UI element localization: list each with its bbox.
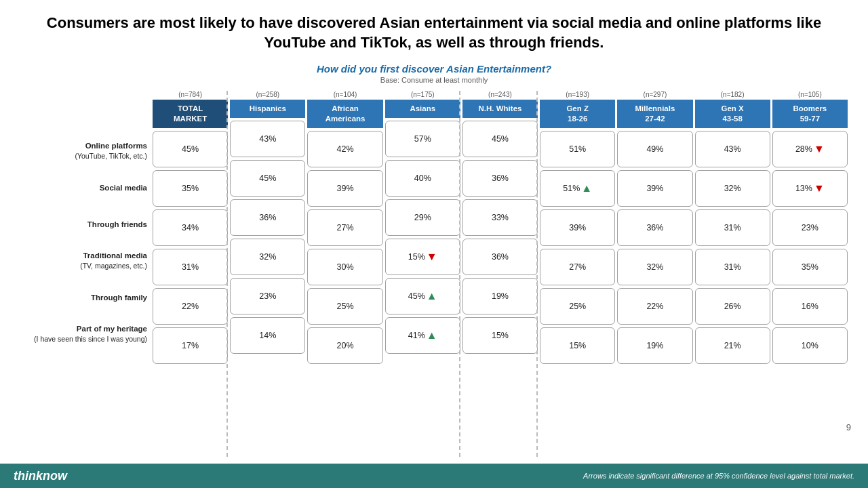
data-cell: 33% bbox=[462, 199, 538, 236]
col-header: Millennials27-42 bbox=[617, 100, 692, 128]
data-cell: 31% bbox=[695, 209, 770, 246]
data-cell: 13%▼ bbox=[772, 170, 848, 207]
data-cell: 36% bbox=[462, 160, 538, 197]
base-text: Base: Consume at least monthly bbox=[20, 76, 848, 84]
arrow-down-icon: ▼ bbox=[814, 182, 825, 195]
col-sample: (n=243) bbox=[488, 91, 512, 98]
data-cell: 16% bbox=[772, 288, 848, 325]
row-label: Part of my heritage(I have seen this sin… bbox=[20, 316, 153, 352]
data-cell: 35% bbox=[772, 249, 848, 285]
data-cell: 35% bbox=[153, 170, 228, 207]
data-cell: 49% bbox=[617, 131, 692, 167]
arrow-up-icon: ▲ bbox=[427, 329, 437, 342]
data-cell: 39% bbox=[617, 170, 692, 207]
page-number: 9 bbox=[846, 422, 851, 432]
column-hispanics: (n=258)Hispanics43%45%36%32%23%14% bbox=[230, 91, 305, 457]
data-cell: 36% bbox=[617, 209, 692, 246]
data-cell: 51%▲ bbox=[540, 170, 615, 207]
col-header: TOTALMARKET bbox=[153, 100, 228, 128]
col-cells: 43%45%36%32%23%14% bbox=[230, 121, 305, 354]
row-label: Online platforms(YouTube, TikTok, etc.) bbox=[20, 133, 153, 169]
arrow-down-icon: ▼ bbox=[814, 143, 825, 155]
data-cell: 19% bbox=[462, 278, 538, 314]
data-cell: 39% bbox=[307, 170, 382, 207]
data-cell: 21% bbox=[695, 327, 770, 364]
column-boomers: (n=105)Boomers59-7728%▼13%▼23%35%16%10% bbox=[772, 91, 848, 457]
data-cell: 41%▲ bbox=[385, 317, 460, 354]
data-cell: 15%▼ bbox=[385, 239, 460, 275]
data-cell: 32% bbox=[695, 170, 770, 207]
col-sample: (n=784) bbox=[178, 91, 202, 98]
row-label: Social media bbox=[20, 169, 153, 206]
row-label: Through family bbox=[20, 279, 153, 316]
row-label: Traditional media(TV, magazines, etc.) bbox=[20, 243, 153, 279]
row-labels: Online platforms(YouTube, TikTok, etc.)S… bbox=[20, 91, 153, 457]
footer-logo: thinknow bbox=[14, 469, 67, 483]
col-header: AfricanAmericans bbox=[307, 100, 382, 128]
data-cell: 27% bbox=[307, 209, 382, 246]
row-label: Through friends bbox=[20, 206, 153, 243]
arrow-up-icon: ▲ bbox=[427, 290, 437, 302]
data-cell: 22% bbox=[153, 288, 228, 325]
columns-area: (n=784)TOTALMARKET45%35%34%31%22%17%(n=2… bbox=[153, 91, 848, 457]
column-asians: (n=175)Asians57%40%29%15%▼45%▲41%▲ bbox=[385, 91, 460, 457]
data-cell: 57% bbox=[385, 121, 460, 157]
data-cell: 36% bbox=[462, 239, 538, 275]
col-header: Gen X43-58 bbox=[695, 100, 770, 128]
col-cells: 42%39%27%30%25%20% bbox=[307, 131, 382, 364]
column-millennials: (n=297)Millennials27-4249%39%36%32%22%19… bbox=[617, 91, 692, 457]
col-cells: 45%36%33%36%19%15% bbox=[462, 121, 538, 354]
col-cells: 51%51%▲39%27%25%15% bbox=[540, 131, 615, 364]
data-cell: 45% bbox=[462, 121, 538, 157]
arrow-down-icon: ▼ bbox=[427, 251, 437, 263]
data-cell: 40% bbox=[385, 160, 460, 197]
data-cell: 45% bbox=[153, 131, 228, 167]
column-african: (n=104)AfricanAmericans42%39%27%30%25%20… bbox=[307, 91, 382, 457]
data-cell: 32% bbox=[230, 239, 305, 275]
col-sample: (n=258) bbox=[256, 91, 279, 98]
col-cells: 45%35%34%31%22%17% bbox=[153, 131, 228, 364]
col-sample: (n=175) bbox=[411, 91, 435, 98]
col-sample: (n=193) bbox=[566, 91, 589, 98]
col-sample: (n=104) bbox=[334, 91, 357, 98]
col-header: Boomers59-77 bbox=[772, 100, 848, 128]
main-content: Consumers are most likely to have discov… bbox=[0, 0, 868, 464]
data-cell: 19% bbox=[617, 327, 692, 364]
col-sample: (n=297) bbox=[644, 91, 667, 98]
col-sample: (n=182) bbox=[721, 91, 745, 98]
data-cell: 28%▼ bbox=[772, 131, 848, 167]
col-header: Gen Z18-26 bbox=[540, 100, 615, 128]
chart-area: Online platforms(YouTube, TikTok, etc.)S… bbox=[20, 91, 848, 457]
arrow-up-icon: ▲ bbox=[581, 182, 592, 195]
col-cells: 28%▼13%▼23%35%16%10% bbox=[772, 131, 848, 364]
data-cell: 20% bbox=[307, 327, 382, 364]
data-cell: 31% bbox=[695, 249, 770, 285]
data-cell: 27% bbox=[540, 249, 615, 285]
footer-note: Arrows indicate significant difference a… bbox=[583, 472, 854, 480]
column-genx: (n=182)Gen X43-5843%32%31%31%26%21% bbox=[695, 91, 770, 457]
col-header: Asians bbox=[385, 100, 460, 118]
data-cell: 34% bbox=[153, 209, 228, 246]
data-cell: 14% bbox=[230, 317, 305, 354]
col-header: N.H. Whites bbox=[462, 100, 538, 118]
data-cell: 10% bbox=[772, 327, 848, 364]
data-cell: 25% bbox=[307, 288, 382, 325]
footer: thinknow Arrows indicate significant dif… bbox=[0, 464, 868, 488]
data-cell: 45% bbox=[230, 160, 305, 197]
data-cell: 39% bbox=[540, 209, 615, 246]
data-cell: 43% bbox=[695, 131, 770, 167]
data-cell: 43% bbox=[230, 121, 305, 157]
data-cell: 22% bbox=[617, 288, 692, 325]
col-sample: (n=105) bbox=[798, 91, 822, 98]
column-total: (n=784)TOTALMARKET45%35%34%31%22%17% bbox=[153, 91, 228, 457]
col-cells: 43%32%31%31%26%21% bbox=[695, 131, 770, 364]
data-cell: 23% bbox=[230, 278, 305, 314]
data-cell: 26% bbox=[695, 288, 770, 325]
col-cells: 57%40%29%15%▼45%▲41%▲ bbox=[385, 121, 460, 354]
data-cell: 25% bbox=[540, 288, 615, 325]
data-cell: 29% bbox=[385, 199, 460, 236]
data-cell: 42% bbox=[307, 131, 382, 167]
data-cell: 32% bbox=[617, 249, 692, 285]
data-cell: 15% bbox=[540, 327, 615, 364]
data-cell: 36% bbox=[230, 199, 305, 236]
